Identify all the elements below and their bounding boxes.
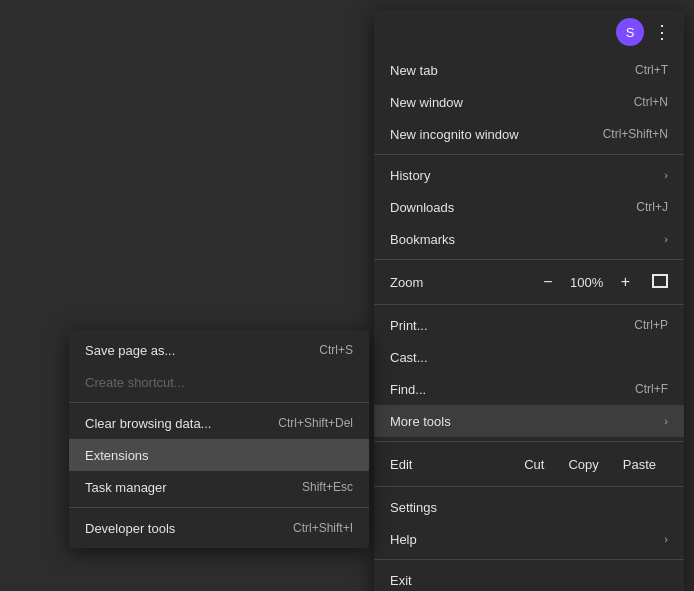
divider-4 (374, 441, 684, 442)
bookmarks-arrow: › (664, 233, 668, 245)
menu-item-incognito[interactable]: New incognito window Ctrl+Shift+N (374, 118, 684, 150)
incognito-label: New incognito window (390, 127, 519, 142)
more-tools-label: More tools (390, 414, 451, 429)
fullscreen-icon (652, 274, 668, 288)
save-page-shortcut: Ctrl+S (319, 343, 353, 357)
find-shortcut: Ctrl+F (635, 382, 668, 396)
submenu-divider-2 (69, 507, 369, 508)
copy-button[interactable]: Copy (556, 453, 610, 476)
bookmarks-label: Bookmarks (390, 232, 455, 247)
submenu-item-task-manager[interactable]: Task manager Shift+Esc (69, 471, 369, 503)
avatar-letter: S (626, 25, 635, 40)
help-label: Help (390, 532, 417, 547)
avatar[interactable]: S (616, 18, 644, 46)
menu-item-new-tab[interactable]: New tab Ctrl+T (374, 54, 684, 86)
task-manager-shortcut: Shift+Esc (302, 480, 353, 494)
task-manager-label: Task manager (85, 480, 167, 495)
divider-5 (374, 486, 684, 487)
menu-item-history[interactable]: History › (374, 159, 684, 191)
menu-item-cast[interactable]: Cast... (374, 341, 684, 373)
divider-6 (374, 559, 684, 560)
submenu-more-tools: Save page as... Ctrl+S Create shortcut..… (69, 330, 369, 548)
print-label: Print... (390, 318, 428, 333)
find-label: Find... (390, 382, 426, 397)
zoom-controls: − 100% + (537, 271, 668, 293)
menu-header: S ⋮ (374, 14, 684, 54)
dev-tools-shortcut: Ctrl+Shift+I (293, 521, 353, 535)
help-arrow: › (664, 533, 668, 545)
zoom-out-button[interactable]: − (537, 271, 558, 293)
menu-item-print[interactable]: Print... Ctrl+P (374, 309, 684, 341)
cast-label: Cast... (390, 350, 428, 365)
zoom-label: Zoom (390, 275, 537, 290)
paste-button[interactable]: Paste (611, 453, 668, 476)
more-tools-arrow: › (664, 415, 668, 427)
history-label: History (390, 168, 430, 183)
menu-item-bookmarks[interactable]: Bookmarks › (374, 223, 684, 255)
submenu-item-save-page[interactable]: Save page as... Ctrl+S (69, 334, 369, 366)
incognito-shortcut: Ctrl+Shift+N (603, 127, 668, 141)
create-shortcut-label: Create shortcut... (85, 375, 185, 390)
fullscreen-button[interactable] (652, 274, 668, 291)
svg-rect-0 (653, 275, 667, 287)
history-arrow: › (664, 169, 668, 181)
submenu-item-dev-tools[interactable]: Developer tools Ctrl+Shift+I (69, 512, 369, 544)
downloads-label: Downloads (390, 200, 454, 215)
clear-browsing-shortcut: Ctrl+Shift+Del (278, 416, 353, 430)
more-options-button[interactable]: ⋮ (648, 18, 676, 46)
submenu-divider-1 (69, 402, 369, 403)
edit-label: Edit (390, 457, 512, 472)
zoom-in-button[interactable]: + (615, 271, 636, 293)
divider-2 (374, 259, 684, 260)
print-shortcut: Ctrl+P (634, 318, 668, 332)
settings-label: Settings (390, 500, 437, 515)
new-window-label: New window (390, 95, 463, 110)
clear-browsing-label: Clear browsing data... (85, 416, 211, 431)
new-window-shortcut: Ctrl+N (634, 95, 668, 109)
edit-row: Edit Cut Copy Paste (374, 446, 684, 482)
submenu-item-extensions[interactable]: Extensions (69, 439, 369, 471)
save-page-label: Save page as... (85, 343, 175, 358)
menu-item-help[interactable]: Help › (374, 523, 684, 555)
menu-item-downloads[interactable]: Downloads Ctrl+J (374, 191, 684, 223)
divider-3 (374, 304, 684, 305)
menu-item-find[interactable]: Find... Ctrl+F (374, 373, 684, 405)
menu-item-new-window[interactable]: New window Ctrl+N (374, 86, 684, 118)
downloads-shortcut: Ctrl+J (636, 200, 668, 214)
extensions-label: Extensions (85, 448, 149, 463)
new-tab-shortcut: Ctrl+T (635, 63, 668, 77)
new-tab-label: New tab (390, 63, 438, 78)
cut-button[interactable]: Cut (512, 453, 556, 476)
menu-item-more-tools[interactable]: More tools › (374, 405, 684, 437)
menu-item-exit[interactable]: Exit (374, 564, 684, 591)
menu-item-settings[interactable]: Settings (374, 491, 684, 523)
chrome-menu: S ⋮ New tab Ctrl+T New window Ctrl+N New… (374, 10, 684, 591)
submenu-item-create-shortcut[interactable]: Create shortcut... (69, 366, 369, 398)
submenu-item-clear-browsing[interactable]: Clear browsing data... Ctrl+Shift+Del (69, 407, 369, 439)
zoom-value: 100% (567, 275, 607, 290)
exit-label: Exit (390, 573, 412, 588)
zoom-row: Zoom − 100% + (374, 264, 684, 300)
divider-1 (374, 154, 684, 155)
dev-tools-label: Developer tools (85, 521, 175, 536)
